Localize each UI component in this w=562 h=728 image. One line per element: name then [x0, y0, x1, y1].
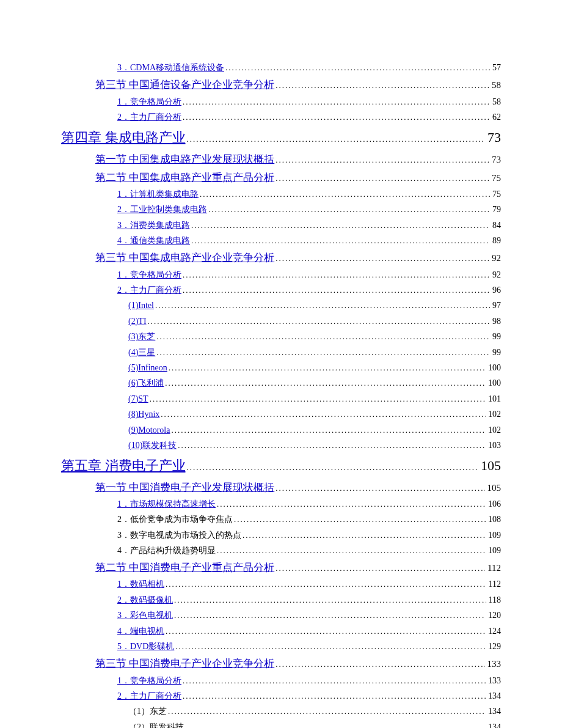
entry-page: 133: [486, 674, 501, 688]
toc-entry[interactable]: 第一节 中国消费电子产业发展现状概括105: [95, 479, 501, 496]
toc-entry[interactable]: (7)ST101: [128, 392, 501, 406]
entry-label[interactable]: (4)三星: [128, 346, 155, 359]
entry-page: 129: [486, 640, 501, 653]
toc-entry[interactable]: 第二节 中国集成电路产业重点产品分析75: [95, 169, 501, 186]
leader-dots: [166, 625, 486, 638]
entry-label[interactable]: (10)联发科技: [128, 439, 177, 452]
toc-entry[interactable]: 第四章 集成电路产业73: [61, 127, 501, 148]
toc-entry[interactable]: 1．计算机类集成电路75: [117, 188, 501, 201]
entry-label[interactable]: 2．主力厂商分析: [117, 689, 181, 703]
entry-label[interactable]: 1．计算机类集成电路: [117, 188, 199, 201]
toc-entry[interactable]: (2)TI98: [128, 315, 501, 328]
entry-label[interactable]: 3．彩色电视机: [117, 609, 173, 622]
toc-entry[interactable]: 第五章 消费电子产业105: [61, 455, 501, 476]
entry-page: 75: [490, 188, 501, 201]
toc-entry[interactable]: 2．工业控制类集成电路79: [117, 203, 501, 216]
entry-label[interactable]: 第二节 中国消费电子产业重点产品分析: [95, 559, 274, 576]
entry-page: 75: [489, 171, 501, 185]
entry-label[interactable]: (9)Motorola: [128, 424, 170, 437]
entry-label[interactable]: 2．数码摄像机: [117, 594, 173, 607]
toc-entry[interactable]: 1．数码相机112: [117, 578, 501, 591]
toc-entry[interactable]: 5．DVD影碟机129: [117, 640, 501, 653]
leader-dots: [200, 188, 490, 201]
entry-label[interactable]: 第三节 中国集成电路产业企业竞争分析: [95, 249, 274, 266]
entry-label[interactable]: (3)东芝: [128, 330, 155, 344]
toc-entry[interactable]: (10)联发科技103: [128, 439, 501, 452]
entry-label[interactable]: (2)TI: [128, 315, 147, 328]
toc-entry[interactable]: 第二节 中国消费电子产业重点产品分析112: [95, 559, 501, 576]
toc-entry[interactable]: 3．CDMA移动通信系统设备57: [117, 61, 501, 75]
toc-entry[interactable]: 2．主力厂商分析96: [117, 284, 501, 297]
leader-dots: [169, 361, 486, 375]
entry-label[interactable]: 2．主力厂商分析: [117, 284, 181, 297]
entry-label[interactable]: 1．数码相机: [117, 578, 164, 591]
entry-label[interactable]: 1．市场规模保持高速增长: [117, 498, 216, 511]
toc-entry[interactable]: 1．竞争格局分析58: [117, 95, 501, 109]
entry-page: 99: [490, 346, 501, 359]
toc-entry[interactable]: (9)Motorola102: [128, 424, 501, 437]
toc-entry[interactable]: 1．竞争格局分析133: [117, 674, 501, 688]
entry-label[interactable]: 2．工业控制类集成电路: [117, 203, 207, 216]
entry-label[interactable]: 1．竞争格局分析: [117, 95, 181, 109]
entry-page: 101: [486, 392, 501, 406]
entry-label[interactable]: 3．CDMA移动通信系统设备: [117, 61, 224, 75]
toc-entry[interactable]: 2．主力厂商分析134: [117, 689, 501, 703]
entry-label[interactable]: (7)ST: [128, 392, 148, 406]
leader-dots: [148, 315, 490, 328]
toc-entry: （2）联发科技134: [128, 721, 501, 728]
entry-label[interactable]: 4．通信类集成电路: [117, 234, 190, 248]
toc-entry[interactable]: 第三节 中国通信设备产业企业竞争分析58: [95, 76, 501, 93]
entry-label[interactable]: 5．DVD影碟机: [117, 640, 174, 653]
entry-page: 134: [486, 721, 501, 728]
toc-entry[interactable]: (8)Hynix102: [128, 408, 501, 421]
toc-entry[interactable]: (4)三星99: [128, 346, 501, 359]
entry-label: （2）联发科技: [128, 721, 184, 728]
entry-label[interactable]: 第五章 消费电子产业: [61, 455, 186, 476]
entry-label[interactable]: 第四章 集成电路产业: [61, 127, 186, 148]
entry-page: 105: [478, 455, 501, 476]
entry-page: 92: [490, 268, 501, 282]
toc-entry[interactable]: 第三节 中国集成电路产业企业竞争分析92: [95, 249, 501, 266]
entry-label[interactable]: 1．竞争格局分析: [117, 268, 181, 282]
toc-entry[interactable]: (6)飞利浦100: [128, 377, 501, 390]
entry-page: 112: [485, 561, 501, 575]
toc-entry[interactable]: 3．消费类集成电路84: [117, 219, 501, 232]
toc-entry[interactable]: 2．数码摄像机118: [117, 594, 501, 607]
entry-label[interactable]: (8)Hynix: [128, 408, 159, 421]
entry-label: 4．产品结构升级趋势明显: [117, 544, 216, 557]
entry-page: 73: [485, 127, 501, 148]
leader-dots: [187, 127, 486, 148]
leader-dots: [276, 655, 484, 672]
toc-entry[interactable]: 1．竞争格局分析92: [117, 268, 501, 282]
entry-label[interactable]: (6)飞利浦: [128, 377, 164, 390]
toc-entry[interactable]: 第一节 中国集成电路产业发展现状概括73: [95, 151, 501, 167]
toc-entry[interactable]: 4．端电视机124: [117, 625, 501, 638]
entry-page: 108: [486, 513, 501, 526]
leader-dots: [178, 439, 486, 452]
entry-label[interactable]: 第三节 中国通信设备产业企业竞争分析: [95, 76, 274, 93]
entry-label[interactable]: (1)Intel: [128, 299, 154, 312]
toc-entry[interactable]: 3．彩色电视机120: [117, 609, 501, 622]
entry-label[interactable]: 第一节 中国消费电子产业发展现状概括: [95, 479, 274, 496]
toc-entry[interactable]: 1．市场规模保持高速增长106: [117, 498, 501, 511]
entry-page: 134: [486, 689, 501, 703]
toc-entry[interactable]: (5)Infineon100: [128, 361, 501, 375]
leader-dots: [208, 203, 490, 216]
entry-label[interactable]: 2．主力厂商分析: [117, 111, 181, 124]
toc-entry[interactable]: 4．通信类集成电路89: [117, 234, 501, 248]
leader-dots: [161, 408, 486, 421]
entry-label[interactable]: 3．消费类集成电路: [117, 219, 190, 232]
toc-entry[interactable]: (3)东芝99: [128, 330, 501, 344]
entry-label[interactable]: 1．竞争格局分析: [117, 674, 181, 688]
entry-label[interactable]: (5)Infineon: [128, 361, 167, 375]
toc-entry[interactable]: 第三节 中国消费电子产业企业竞争分析133: [95, 655, 501, 672]
leader-dots: [217, 498, 486, 511]
leader-dots: [276, 76, 489, 93]
toc-entry[interactable]: 2．主力厂商分析62: [117, 111, 501, 124]
entry-label[interactable]: 第一节 中国集成电路产业发展现状概括: [95, 151, 274, 167]
toc-entry: 4．产品结构升级趋势明显109: [117, 544, 501, 557]
entry-label[interactable]: 第二节 中国集成电路产业重点产品分析: [95, 169, 274, 186]
entry-label[interactable]: 第三节 中国消费电子产业企业竞争分析: [95, 655, 274, 672]
entry-label[interactable]: 4．端电视机: [117, 625, 164, 638]
toc-entry[interactable]: (1)Intel97: [128, 299, 501, 312]
